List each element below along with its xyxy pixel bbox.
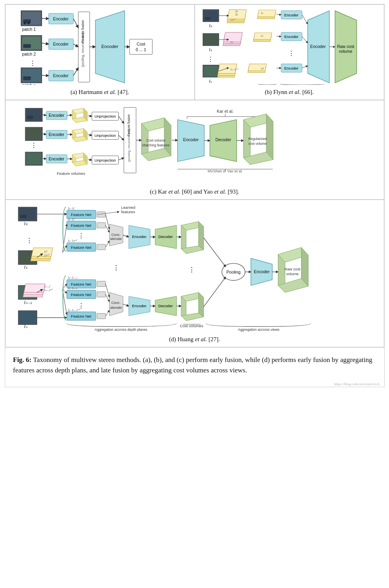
svg-text:Iₙ₋₁: Iₙ₋₁: [72, 286, 77, 290]
svg-line-88: [302, 36, 307, 43]
svg-point-4: [27, 22, 30, 24]
svg-text:Conc-: Conc-: [111, 233, 120, 237]
svg-rect-190: [32, 248, 53, 256]
svg-text:Cost: Cost: [136, 42, 145, 46]
svg-text:⋮: ⋮: [30, 142, 36, 148]
svg-text:patch n: patch n: [22, 83, 36, 85]
svg-text:patch 1: patch 1: [22, 27, 36, 32]
svg-rect-186: [19, 312, 36, 324]
svg-line-114: [42, 158, 46, 159]
svg-line-282: [203, 238, 225, 267]
svg-text:Iₙ: Iₙ: [209, 79, 212, 84]
subfig-grid: patch 1 patch 2 ⋮ patch n: [5, 4, 384, 348]
svg-line-143: [118, 116, 124, 124]
svg-rect-46: [203, 66, 218, 77]
svg-text:I₀: I₀: [24, 221, 28, 226]
diagram-b: I₀ I₁ ⋮ Iₙ I₀: [199, 9, 380, 85]
svg-text:Regularized: Regularized: [248, 137, 267, 141]
svg-text:(pooling, recurrent net): (pooling, recurrent net): [81, 32, 85, 67]
svg-text:Encoder: Encoder: [101, 44, 118, 49]
svg-marker-274: [198, 292, 203, 317]
svg-text:⋮: ⋮: [207, 56, 213, 62]
svg-line-21: [42, 18, 48, 19]
svg-line-270: [123, 304, 129, 306]
svg-rect-223: [97, 281, 105, 287]
svg-line-136: [88, 116, 92, 116]
svg-text:I₁: I₁: [24, 264, 27, 270]
svg-text:Aggregation accross depth plan: Aggregation accross depth planes: [94, 328, 147, 332]
svg-rect-105: [26, 153, 42, 165]
svg-rect-42: [203, 34, 218, 45]
svg-text:Iₙ₋₁ⁿᵈ: Iₙ₋₁ⁿᵈ: [72, 308, 80, 312]
svg-line-113: [42, 134, 46, 134]
svg-rect-176: [20, 215, 26, 218]
subfig-b: I₀ I₁ ⋮ Iₙ I₀: [195, 4, 384, 100]
svg-text:Encoder: Encoder: [48, 157, 64, 161]
svg-text:Matching features: Matching features: [142, 143, 169, 147]
svg-text:⋮: ⋮: [26, 236, 33, 244]
svg-text:Decoder: Decoder: [215, 138, 231, 142]
svg-text:Feature Net: Feature Net: [71, 314, 91, 318]
fig-caption-text: Taxonomy of multivew stereo methods. (a)…: [13, 356, 373, 374]
svg-text:volume: volume: [286, 272, 298, 276]
svg-text:Encoder: Encoder: [48, 132, 64, 137]
svg-text:Encoder: Encoder: [53, 17, 68, 21]
fig-number: Fig. 6:: [13, 356, 32, 364]
svg-line-89: [302, 66, 307, 68]
svg-text:Raw cost: Raw cost: [337, 44, 354, 49]
svg-line-83: [276, 36, 281, 36]
svg-point-3: [24, 22, 26, 24]
svg-text:Encoder: Encoder: [53, 74, 68, 78]
diagram-d: I₀ I₁ ⋮ Iₙ₋₁ Iₙ: [10, 204, 380, 332]
svg-text:I₁: I₁: [209, 48, 211, 52]
svg-line-247: [105, 241, 109, 247]
svg-line-22: [42, 43, 48, 44]
svg-text:Decoder: Decoder: [158, 234, 173, 239]
svg-text:Decoder: Decoder: [158, 304, 173, 308]
subfig-b-label: (b) Flynn et al. [66].: [199, 89, 380, 96]
svg-text:(pooling, recurrent net): (pooling, recurrent net): [127, 129, 131, 162]
svg-text:Iₙ₋₁ⁿᵈ: Iₙ₋₁ⁿᵈ: [44, 288, 53, 292]
svg-text:Learned: Learned: [121, 205, 135, 210]
svg-text:cost volume: cost volume: [248, 142, 267, 146]
svg-text:Raw cost: Raw cost: [284, 267, 300, 271]
svg-text:I₁ⁿᵈ: I₁ⁿᵈ: [44, 253, 50, 257]
svg-marker-166: [266, 114, 273, 160]
subfig-a: patch 1 patch 2 ⋮ patch n: [5, 4, 195, 100]
svg-text:Cost volume: Cost volume: [146, 138, 166, 142]
svg-text:Kar et al.: Kar et al.: [217, 109, 233, 114]
svg-line-144: [118, 135, 124, 140]
svg-text:features: features: [121, 210, 135, 214]
svg-text:Encoder: Encoder: [310, 44, 325, 49]
svg-text:Unprojection: Unprojection: [94, 158, 116, 162]
figure-caption: Fig. 6: Taxonomy of multivew stereo meth…: [5, 348, 384, 381]
svg-text:⋮: ⋮: [188, 266, 195, 274]
svg-text:Aggregation accross views: Aggregation accross views: [238, 328, 279, 332]
svg-line-137: [88, 135, 92, 135]
svg-text:⋮: ⋮: [78, 232, 84, 239]
svg-rect-211: [97, 244, 105, 250]
svg-rect-67: [257, 10, 276, 17]
svg-text:Feature Net: Feature Net: [71, 223, 91, 228]
svg-text:Encoder: Encoder: [284, 66, 298, 70]
svg-text:Feature Net: Feature Net: [71, 245, 91, 250]
page: patch 1 patch 2 ⋮ patch n: [0, 0, 389, 391]
svg-text:I₀: I₀: [209, 24, 212, 28]
svg-text:Encoder: Encoder: [132, 304, 147, 308]
svg-text:Iₙ₋₁: Iₙ₋₁: [72, 276, 77, 280]
svg-rect-230: [97, 313, 105, 319]
svg-line-138: [88, 160, 92, 160]
svg-text:Iₙ₋₁ⁿᵈ: Iₙ₋₁ⁿᵈ: [230, 68, 238, 71]
svg-line-29: [73, 68, 78, 76]
subfig-c: ⋮ Encoder Encoder Encoder: [5, 100, 384, 200]
svg-rect-207: [97, 223, 105, 228]
svg-text:Iₙ₋₁: Iₙ₋₁: [24, 300, 32, 305]
diagram-a: patch 1 patch 2 ⋮ patch n: [10, 9, 190, 85]
svg-line-112: [42, 115, 46, 116]
svg-text:⋮: ⋮: [112, 264, 119, 272]
svg-text:I₁ˡ: I₁ˡ: [72, 206, 75, 210]
svg-line-127: [67, 115, 72, 116]
svg-text:0 ... 1: 0 ... 1: [136, 48, 146, 52]
diagram-c: ⋮ Encoder Encoder Encoder: [10, 104, 380, 184]
svg-text:Iₙ₋₁ˡ: Iₙ₋₁ˡ: [44, 284, 50, 288]
